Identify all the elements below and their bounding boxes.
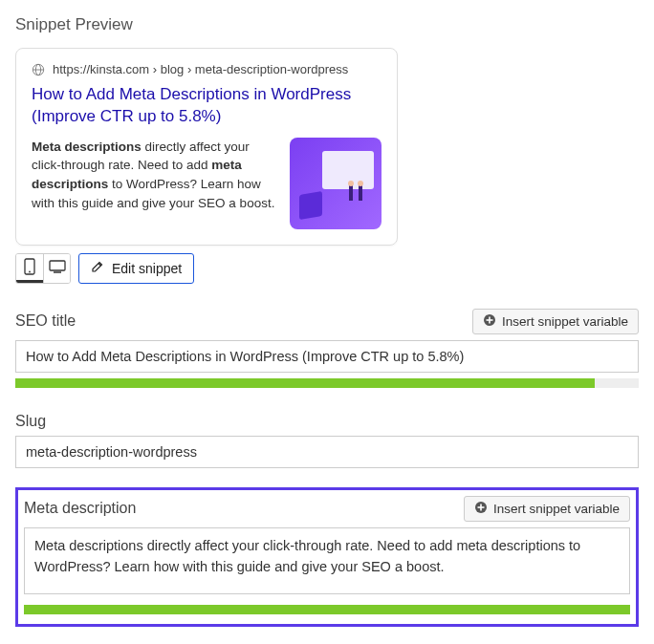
edit-snippet-label: Edit snippet bbox=[112, 261, 182, 276]
slug-input[interactable] bbox=[15, 436, 639, 468]
slug-label: Slug bbox=[15, 413, 46, 430]
meta-description-progress bbox=[24, 605, 630, 614]
svg-point-4 bbox=[29, 271, 31, 273]
seo-title-input[interactable] bbox=[15, 340, 639, 373]
preview-description: Meta descriptions directly affect your c… bbox=[32, 138, 276, 212]
meta-description-highlight: Meta description Insert snippet variable bbox=[15, 487, 639, 627]
insert-variable-label: Insert snippet variable bbox=[502, 314, 628, 329]
snippet-preview-heading: Snippet Preview bbox=[15, 15, 639, 34]
meta-description-progress-fill bbox=[24, 605, 630, 614]
meta-description-block: Meta description Insert snippet variable bbox=[24, 496, 630, 614]
desktop-icon bbox=[49, 260, 66, 276]
preview-thumbnail bbox=[290, 138, 382, 229]
svg-rect-5 bbox=[50, 261, 65, 270]
preview-body: Meta descriptions directly affect your c… bbox=[32, 138, 382, 229]
meta-description-label: Meta description bbox=[24, 500, 136, 517]
seo-title-progress bbox=[15, 378, 639, 388]
mobile-icon bbox=[24, 258, 35, 278]
slug-block: Slug bbox=[15, 413, 639, 468]
pencil-icon bbox=[91, 260, 104, 276]
mobile-view-button[interactable] bbox=[16, 254, 43, 283]
insert-variable-button-meta[interactable]: Insert snippet variable bbox=[464, 496, 630, 522]
insert-variable-button-title[interactable]: Insert snippet variable bbox=[472, 309, 639, 334]
plus-circle-icon bbox=[483, 313, 496, 330]
snippet-toolbar: Edit snippet bbox=[15, 253, 639, 284]
edit-snippet-button[interactable]: Edit snippet bbox=[78, 253, 194, 284]
preview-title[interactable]: How to Add Meta Descriptions in WordPres… bbox=[32, 84, 382, 128]
globe-icon bbox=[32, 63, 45, 76]
preview-url-text: https://kinsta.com › blog › meta-descrip… bbox=[53, 62, 348, 76]
preview-url-row: https://kinsta.com › blog › meta-descrip… bbox=[32, 62, 382, 76]
insert-variable-label: Insert snippet variable bbox=[493, 502, 620, 516]
desktop-view-button[interactable] bbox=[43, 254, 70, 283]
seo-title-progress-fill bbox=[15, 378, 595, 388]
device-toggle-group bbox=[15, 253, 71, 284]
meta-description-input[interactable] bbox=[24, 527, 630, 594]
preview-desc-bold-1: Meta descriptions bbox=[32, 140, 142, 154]
plus-circle-icon bbox=[474, 501, 488, 517]
seo-title-block: SEO title Insert snippet variable bbox=[15, 309, 639, 388]
snippet-preview-card: https://kinsta.com › blog › meta-descrip… bbox=[15, 48, 398, 246]
seo-title-label: SEO title bbox=[15, 312, 76, 330]
